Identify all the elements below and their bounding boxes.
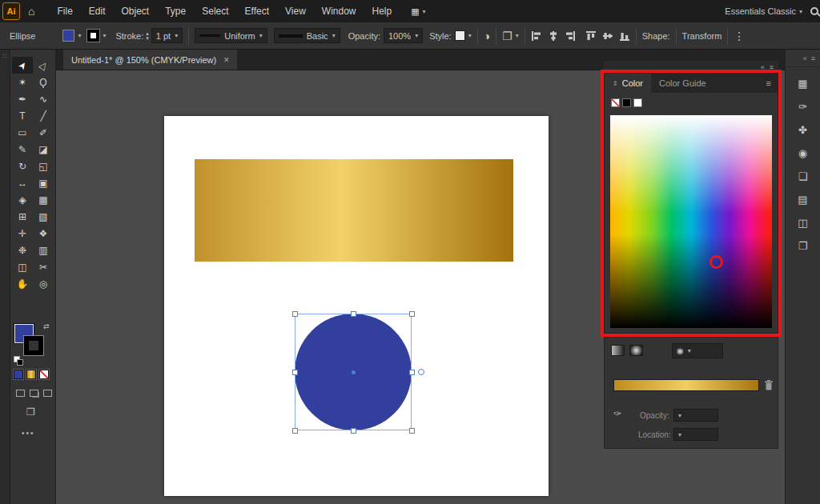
document-tab[interactable]: Untitled-1* @ 150% (CMYK/Preview) ×	[63, 50, 237, 70]
draw-normal-icon[interactable]	[16, 390, 25, 397]
selection-handle-ne[interactable]	[409, 311, 415, 317]
shaper-tool[interactable]: ✎	[12, 141, 33, 158]
linear-gradient-button[interactable]	[611, 345, 625, 356]
shape-builder-tool[interactable]: ◈	[12, 191, 33, 208]
none-button[interactable]	[39, 370, 49, 379]
align-bottom-icon[interactable]	[619, 30, 630, 42]
tab-color-guide[interactable]: Color Guide	[651, 74, 714, 93]
selection-center-point[interactable]	[352, 370, 356, 374]
gradient-fill-dropdown[interactable]: ◉	[672, 343, 723, 358]
eraser-tool[interactable]: ◪	[33, 141, 54, 158]
hand-tool[interactable]: ✋	[12, 275, 33, 292]
menu-type[interactable]: Type	[157, 0, 194, 22]
menu-effect[interactable]: Effect	[237, 0, 277, 22]
symbols-panel-icon[interactable]: ✤	[794, 122, 813, 138]
align-top-icon[interactable]	[585, 30, 597, 42]
white-swatch[interactable]	[633, 98, 642, 107]
selection-handle-sw[interactable]	[292, 428, 298, 434]
arrange-documents-button[interactable]: ▦	[411, 6, 425, 17]
rotate-tool[interactable]: ↻	[12, 158, 33, 174]
column-graph-tool[interactable]: ▥	[33, 242, 54, 258]
type-tool[interactable]: T	[12, 107, 33, 124]
gradient-opacity-dropdown[interactable]	[673, 409, 718, 422]
selection-handle-e[interactable]	[409, 370, 415, 375]
more-options-icon[interactable]: ⋮	[734, 30, 745, 42]
swatches-panel-icon[interactable]: ▦	[794, 75, 813, 91]
menu-view[interactable]: View	[277, 0, 314, 22]
expand-panels-icon[interactable]: «	[803, 54, 807, 62]
gradient-panel-icon[interactable]: ◉	[794, 145, 813, 161]
scale-tool[interactable]: ◱	[33, 158, 54, 174]
line-segment-tool[interactable]: ╱	[33, 107, 54, 124]
curvature-tool[interactable]: ∿	[33, 90, 54, 107]
color-panel-menu-icon[interactable]: ≡	[760, 74, 778, 93]
pen-tool[interactable]: ✒	[12, 90, 33, 107]
default-fill-stroke-icon[interactable]	[14, 356, 23, 366]
swap-fill-stroke-icon[interactable]: ⇄	[43, 322, 50, 330]
magic-wand-tool[interactable]: ✶	[12, 74, 33, 90]
black-swatch[interactable]	[622, 98, 631, 107]
eyedropper-tool[interactable]: ✛	[12, 225, 33, 242]
recolor-artwork-icon[interactable]: ◑	[484, 30, 490, 42]
menu-object[interactable]: Object	[114, 0, 158, 22]
menu-window[interactable]: Window	[314, 0, 364, 22]
stroke-weight-dropdown[interactable]: 1 pt	[151, 28, 183, 43]
graphic-style-dropdown[interactable]	[455, 30, 472, 41]
color-spectrum[interactable]	[610, 115, 772, 328]
screen-mode-icon[interactable]: ❐	[26, 406, 35, 418]
stroke-color-dropdown[interactable]	[87, 30, 106, 42]
stroke-proxy-swatch[interactable]	[24, 336, 43, 355]
selection-handle-nw[interactable]	[292, 311, 298, 317]
live-shape-widget[interactable]	[418, 369, 424, 375]
free-transform-tool[interactable]: ▣	[33, 174, 54, 191]
align-left-icon[interactable]	[531, 30, 542, 42]
draw-behind-icon[interactable]	[30, 390, 38, 397]
brush-definition-dropdown[interactable]: Basic	[274, 28, 340, 43]
collapse-panels-icon[interactable]: «	[761, 63, 765, 71]
menu-select[interactable]: Select	[194, 0, 236, 22]
gradient-slider[interactable]	[613, 379, 759, 391]
zoom-tool[interactable]: ◎	[33, 275, 54, 292]
brushes-panel-icon[interactable]: ✑	[794, 98, 813, 114]
gold-gradient-rectangle[interactable]	[195, 159, 513, 262]
selection-handle-se[interactable]	[409, 428, 415, 434]
draw-inside-icon[interactable]	[43, 390, 52, 397]
gradient-location-dropdown[interactable]	[673, 428, 718, 441]
libraries-panel-icon[interactable]: ❐	[794, 238, 813, 254]
app-logo[interactable]: Ai	[2, 2, 20, 20]
align-center-icon[interactable]	[548, 30, 559, 42]
appearance-panel-icon[interactable]: ❏	[794, 168, 813, 184]
artboard[interactable]	[164, 116, 549, 496]
transform-button[interactable]: Transform	[682, 31, 722, 41]
menu-file[interactable]: File	[49, 0, 80, 22]
delete-stop-icon[interactable]	[764, 380, 774, 392]
color-button[interactable]	[14, 370, 23, 379]
slice-tool[interactable]: ✂	[33, 258, 54, 275]
perspective-grid-tool[interactable]: ▦	[33, 191, 54, 208]
fill-color-dropdown[interactable]	[62, 30, 81, 42]
gradient-eyedropper-icon[interactable]: ✑	[613, 408, 621, 419]
stroke-weight-stepper[interactable]: ▴▾	[146, 31, 149, 41]
lasso-tool[interactable]: Ϙ	[33, 74, 54, 90]
layers-panel-icon[interactable]: ▤	[794, 191, 813, 207]
tab-color[interactable]: ⇕ Color	[605, 74, 651, 93]
rectangle-tool[interactable]: ▭	[12, 124, 33, 141]
gradient-button[interactable]	[26, 370, 36, 379]
close-tab-icon[interactable]: ×	[223, 54, 229, 66]
toolbar-more-icon[interactable]: •••	[22, 429, 35, 438]
none-swatch[interactable]	[611, 98, 620, 107]
width-tool[interactable]: ↔	[12, 174, 33, 191]
selection-handle-w[interactable]	[292, 370, 298, 375]
symbol-sprayer-tool[interactable]: ❉	[12, 242, 33, 258]
paintbrush-tool[interactable]: ✐	[33, 124, 54, 141]
artboards-panel-icon[interactable]: ◫	[794, 214, 813, 230]
artboard-tool[interactable]: ◫	[12, 258, 33, 275]
radial-gradient-button[interactable]	[629, 345, 643, 356]
left-dock-rail[interactable]: ∷	[0, 50, 10, 504]
width-profile-dropdown[interactable]: Uniform	[195, 28, 267, 43]
selection-handle-n[interactable]	[351, 311, 356, 317]
menu-help[interactable]: Help	[364, 0, 400, 22]
gradient-tool[interactable]: ▧	[33, 208, 54, 225]
blend-tool[interactable]: ❖	[33, 225, 54, 242]
search-icon[interactable]	[810, 7, 818, 15]
